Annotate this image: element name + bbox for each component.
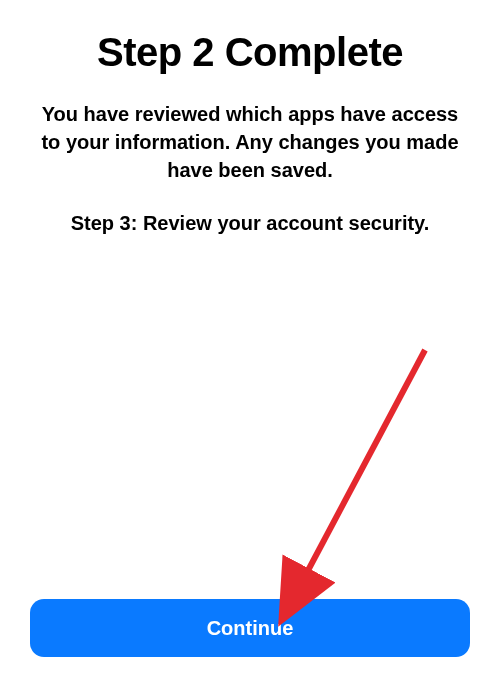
button-container: Continue bbox=[30, 599, 470, 657]
content-area: Step 2 Complete You have reviewed which … bbox=[30, 20, 470, 599]
page-title: Step 2 Complete bbox=[97, 30, 403, 75]
next-step-text: Step 3: Review your account security. bbox=[71, 212, 430, 235]
continue-button[interactable]: Continue bbox=[30, 599, 470, 657]
description-text: You have reviewed which apps have access… bbox=[35, 100, 465, 184]
